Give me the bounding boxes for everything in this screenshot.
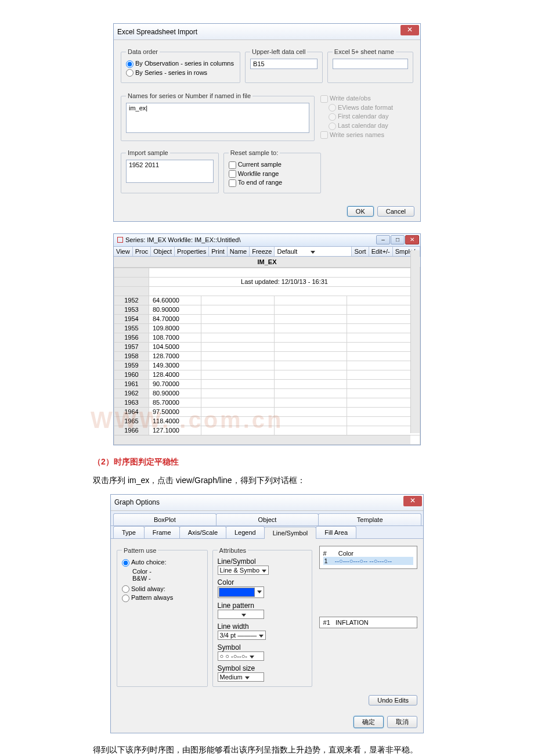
radio-last-calendar: Last calendar day [320, 122, 412, 130]
table-row[interactable]: 1959149.3000 [114, 361, 420, 370]
linepattern-dropdown[interactable] [218, 610, 264, 619]
radio-auto-choice[interactable]: Auto choice: [122, 559, 203, 567]
preview-index: 1 [324, 557, 328, 564]
close-icon[interactable]: ✕ [403, 496, 422, 506]
table-row[interactable]: 196497.50000 [114, 407, 420, 416]
ok-button-cn[interactable]: 确定 [353, 716, 384, 728]
table-row[interactable]: 196280.90000 [114, 388, 420, 398]
radio-first-calendar: First calendar day [320, 113, 412, 121]
color-preview-list[interactable]: #Color 1 --○---○---○-- --○---○-- [319, 546, 417, 569]
linesymbol-dropdown[interactable]: Line & Symbo [218, 566, 269, 575]
undo-edits-button[interactable]: Undo Edits [369, 695, 417, 705]
graph-options-title: Graph Options [114, 498, 160, 506]
sheet-name-group: Excel 5+ sheet name [327, 48, 413, 83]
table-row[interactable]: 1955109.8000 [114, 323, 420, 333]
tb-name[interactable]: Name [228, 247, 250, 256]
table-row[interactable]: 195484.70000 [114, 314, 420, 323]
table-row[interactable]: 1956108.7000 [114, 333, 420, 342]
series-icon [117, 237, 123, 243]
names-legend: Names for series or Number if named in f… [126, 92, 252, 99]
tb-object[interactable]: Object [151, 247, 175, 256]
table-row[interactable]: 195380.90000 [114, 305, 420, 314]
attr-linesymbol-label: Line/Symbol [218, 557, 307, 566]
cancel-button-cn[interactable]: 取消 [387, 716, 417, 728]
import-sample-textarea[interactable]: 1952 2011 [126, 160, 214, 183]
symbol-dropdown[interactable]: ○ ○ -○--○- [218, 651, 264, 661]
radio-pattern-always[interactable]: Pattern always [122, 594, 203, 602]
ok-button[interactable]: OK [347, 206, 374, 217]
radio-by-series[interactable]: By Series - series in rows [126, 69, 235, 77]
sheet-name-input[interactable] [333, 59, 408, 69]
horizontal-scrollbar[interactable] [114, 435, 410, 444]
check-current-sample[interactable]: Current sample [229, 161, 316, 169]
attr-linepattern-label: Line pattern [218, 602, 307, 610]
import-sample-group: Import sample 1952 2011 [121, 149, 219, 193]
upper-left-group: Upper-left data cell [245, 48, 323, 83]
series-toolbar: View Proc Object Properties Print Name F… [114, 247, 420, 257]
maximize-icon[interactable]: □ [391, 235, 405, 244]
radio-solid-always[interactable]: Solid alway: [122, 585, 203, 593]
pattern-use-group: Pattern use Auto choice: Color - B&W - S… [117, 547, 208, 687]
table-row[interactable]: 1957104.5000 [114, 342, 420, 351]
tab-boxplot[interactable]: BoxPlot [113, 513, 217, 525]
tb-proc[interactable]: Proc [133, 247, 151, 256]
last-updated: Last updated: 12/10/13 - 16:31 [149, 277, 420, 286]
tb-freeze[interactable]: Freeze [250, 247, 275, 256]
series-table: Last updated: 12/10/13 - 16:31 195264.60… [114, 268, 420, 445]
check-write-seriesnames[interactable]: Write series names [320, 131, 412, 139]
tb-edit[interactable]: Edit+/- [369, 247, 393, 256]
tb-print[interactable]: Print [209, 247, 228, 256]
body-text-2: 得到以下该序列时序图，由图形能够看出该序列呈指数上升趋势，直观来看，显著非平稳。 [93, 745, 441, 755]
tb-sort[interactable]: Sort [352, 247, 369, 256]
tab-fill-area[interactable]: Fill Area [316, 526, 356, 538]
table-row[interactable]: 1958128.7000 [114, 351, 420, 361]
tab-frame[interactable]: Frame [144, 526, 180, 538]
minimize-icon[interactable]: – [376, 235, 390, 244]
series-header: IM_EX [114, 257, 420, 268]
cancel-button[interactable]: Cancel [377, 206, 414, 217]
tab-template[interactable]: Template [318, 513, 421, 525]
linewidth-dropdown[interactable]: 3/4 pt ——— [218, 631, 266, 640]
auto-sub-bw: B&W - [122, 575, 203, 582]
table-row[interactable]: 1960128.4000 [114, 370, 420, 379]
sheet-name-legend: Excel 5+ sheet name [333, 48, 396, 55]
table-row[interactable]: 1966127.1000 [114, 426, 420, 435]
names-textarea[interactable]: im_ex| [126, 103, 309, 133]
attr-linewidth-label: Line width [218, 622, 307, 631]
check-workfile-range[interactable]: Workfile range [229, 170, 316, 178]
graph-options-dialog: Graph Options ✕ BoxPlot Object Template … [110, 494, 424, 733]
check-write-dateobs[interactable]: Write date/obs [320, 95, 412, 103]
tab-type[interactable]: Type [113, 526, 145, 538]
data-order-group: Data order By Observation - series in co… [121, 48, 240, 83]
table-row[interactable]: 196385.70000 [114, 398, 420, 407]
table-row[interactable]: 195264.60000 [114, 296, 420, 305]
tab-axis-scale[interactable]: Axis/Scale [179, 526, 226, 538]
tb-properties[interactable]: Properties [175, 247, 209, 256]
attr-color-label: Color [218, 578, 307, 586]
tb-default-combo[interactable]: Default [275, 247, 352, 256]
table-row[interactable]: 1965118.4000 [114, 416, 420, 426]
auto-sub-color: Color - [122, 568, 203, 575]
names-group: Names for series or Number if named in f… [121, 92, 315, 141]
preview-panel: #Color 1 --○---○---○-- --○---○-- #1 INFL… [317, 545, 417, 689]
close-icon[interactable]: ✕ [405, 235, 419, 244]
check-to-end-range[interactable]: To end of range [229, 179, 316, 187]
write-options: Write date/obs EViews date format First … [319, 90, 413, 143]
tb-view[interactable]: View [114, 247, 133, 256]
dialog-title: Excel Spreadsheet Import [117, 28, 197, 36]
tab-object[interactable]: Object [216, 513, 319, 525]
attributes-legend: Attributes [218, 547, 248, 554]
upper-left-legend: Upper-left data cell [250, 48, 307, 55]
vertical-scrollbar[interactable] [410, 250, 420, 433]
radio-by-observation[interactable]: By Observation - series in columns [126, 60, 235, 68]
tab-line-symbol[interactable]: Line/Symbol [264, 527, 317, 539]
excel-import-dialog: Excel Spreadsheet Import ✕ Data order By… [113, 23, 421, 222]
section-heading: （2）时序图判定平稳性 [93, 457, 441, 467]
symbolsize-dropdown[interactable]: Medium [218, 672, 264, 682]
color-dropdown[interactable] [218, 586, 264, 598]
table-row[interactable]: 196190.70000 [114, 379, 420, 388]
close-icon[interactable]: ✕ [400, 25, 419, 35]
series-title: Series: IM_EX Workfile: IM_EX::Untitled\ [125, 236, 240, 243]
upper-left-input[interactable] [250, 59, 317, 69]
tab-legend[interactable]: Legend [226, 526, 265, 538]
